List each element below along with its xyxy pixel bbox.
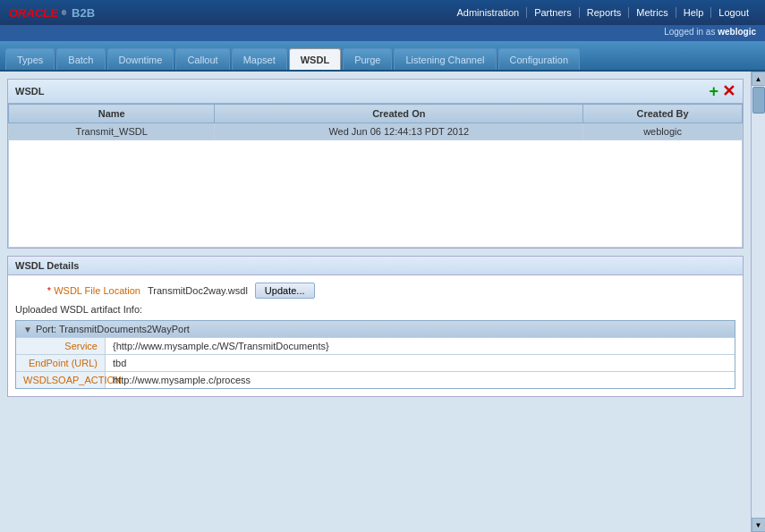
wsdl-panel-title: WSDL <box>15 86 44 97</box>
service-label: Service <box>16 337 106 354</box>
collapse-icon: ▼ <box>23 325 32 334</box>
col-created-on: Created On <box>215 105 583 123</box>
tab-types[interactable]: Types <box>5 48 55 70</box>
details-header: WSDL Details <box>8 257 743 275</box>
tab-bar: Types Batch Downtime Callout Mapset WSDL… <box>0 41 765 72</box>
scroll-down-btn[interactable]: ▼ <box>752 518 766 532</box>
artifact-box: ▼ Port: TransmitDocuments2WayPort Servic… <box>15 320 735 389</box>
col-created-by: Created By <box>583 105 743 123</box>
wsdl-details-panel: WSDL Details WSDL File Location Transmit… <box>7 256 744 397</box>
soap-label: WSDLSOAP_ACTION <box>16 371 106 388</box>
wsdl-table: Name Created On Created By Transmit_WSDL… <box>8 104 743 248</box>
cell-created-by: weblogic <box>583 123 743 140</box>
artifact-grid: Service {http://www.mysample.c/WS/Transm… <box>16 337 735 388</box>
table-row[interactable]: Transmit_WSDL Wed Jun 06 12:44:13 PDT 20… <box>9 123 743 140</box>
details-content: WSDL File Location TransmitDoc2way.wsdl … <box>8 275 743 396</box>
update-button[interactable]: Update... <box>255 283 315 299</box>
wsdl-panel-actions: + ✕ <box>709 83 735 99</box>
b2b-text: B2B <box>72 6 95 20</box>
top-bar: ORACLE ® B2B Administration Partners Rep… <box>0 0 765 25</box>
top-nav: Administration Partners Reports Metrics … <box>449 7 756 18</box>
nav-partners[interactable]: Partners <box>527 7 580 18</box>
logo: ORACLE ® B2B <box>9 6 95 20</box>
nav-reports[interactable]: Reports <box>580 7 630 18</box>
artifact-box-header[interactable]: ▼ Port: TransmitDocuments2WayPort <box>16 321 735 337</box>
logged-in-user: weblogic <box>718 27 756 37</box>
wsdl-panel-header: WSDL + ✕ <box>8 80 743 104</box>
cell-created-on: Wed Jun 06 12:44:13 PDT 2012 <box>215 123 583 140</box>
endpoint-label: EndPoint (URL) <box>16 354 106 371</box>
soap-value: http://www.mysample.c/process <box>106 371 735 388</box>
port-label: Port: TransmitDocuments2WayPort <box>36 324 190 334</box>
nav-administration[interactable]: Administration <box>449 7 527 18</box>
scroll-track <box>752 86 765 518</box>
add-wsdl-button[interactable]: + <box>709 83 718 99</box>
delete-wsdl-button[interactable]: ✕ <box>722 83 735 99</box>
file-location-value: TransmitDoc2way.wsdl <box>148 285 248 296</box>
tab-listening-channel[interactable]: Listening Channel <box>394 48 496 70</box>
trademark: ® <box>62 10 66 16</box>
tab-mapset[interactable]: Mapset <box>232 48 287 70</box>
page-wrapper: WSDL + ✕ Name Created On Created By <box>0 72 765 532</box>
wsdl-panel: WSDL + ✕ Name Created On Created By <box>7 79 744 249</box>
tab-wsdl[interactable]: WSDL <box>289 48 341 70</box>
details-title: WSDL Details <box>15 260 79 271</box>
file-location-label: WSDL File Location <box>15 285 140 296</box>
nav-metrics[interactable]: Metrics <box>629 7 676 18</box>
logged-bar: Logged in as weblogic <box>0 25 765 41</box>
endpoint-value: tbd <box>106 354 735 371</box>
wsdl-table-container: Name Created On Created By Transmit_WSDL… <box>8 104 743 248</box>
tab-downtime[interactable]: Downtime <box>107 48 174 70</box>
tab-callout[interactable]: Callout <box>175 48 229 70</box>
scroll-handle[interactable] <box>752 87 765 114</box>
cell-name: Transmit_WSDL <box>9 123 215 140</box>
tab-configuration[interactable]: Configuration <box>498 48 580 70</box>
logged-in-text: Logged in as <box>664 27 715 37</box>
file-location-row: WSDL File Location TransmitDoc2way.wsdl … <box>15 283 735 299</box>
col-name: Name <box>9 105 215 123</box>
content-area: WSDL + ✕ Name Created On Created By <box>0 72 751 532</box>
right-scrollbar[interactable]: ▲ ▼ <box>751 72 765 532</box>
oracle-text: ORACLE <box>9 6 58 20</box>
tab-batch[interactable]: Batch <box>56 48 105 70</box>
nav-help[interactable]: Help <box>676 7 712 18</box>
nav-logout[interactable]: Logout <box>711 7 756 18</box>
scroll-up-btn[interactable]: ▲ <box>752 72 766 86</box>
tab-purge[interactable]: Purge <box>343 48 392 70</box>
service-value: {http://www.mysample.c/WS/TransmitDocume… <box>106 337 735 354</box>
artifact-info-label: Uploaded WSDL artifact Info: <box>15 304 735 315</box>
